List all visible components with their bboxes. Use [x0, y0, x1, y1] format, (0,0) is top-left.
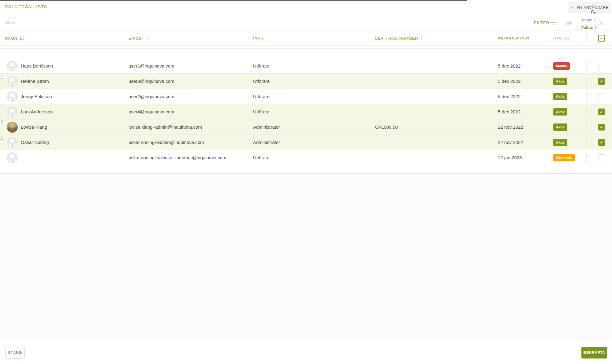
- table-row[interactable]: 2 Helene Ström user3@inquinova.com Utför…: [0, 74, 612, 89]
- avatar: [7, 152, 18, 163]
- avatar: [7, 106, 18, 117]
- column-label: E-POST: [129, 36, 144, 41]
- status-badge: Aktiv: [553, 93, 567, 100]
- user-email: user3@inquinova.com: [129, 79, 174, 84]
- user-role: Administratör: [253, 140, 280, 145]
- column-header-certifikatnummer[interactable]: CERTIFIKATNUMMER: [375, 36, 426, 41]
- invited-date: 5 dec 2022: [498, 109, 521, 114]
- table-row[interactable]: 6 Oskar Norling oskar.norling+admin@inqu…: [0, 135, 612, 150]
- row-menu-icon[interactable]: [585, 108, 588, 115]
- row-number-badge: 4: [0, 104, 4, 109]
- user-email: user4@inquinova.com: [129, 109, 174, 114]
- user-role: Utförare: [253, 94, 270, 99]
- table-row[interactable]: oskar.norling+wikiuser+another@inquinova…: [0, 150, 612, 165]
- user-role: Utförare: [253, 155, 270, 160]
- user-name: Lars Andersson: [21, 109, 53, 114]
- sort-inactive-icon: [420, 36, 426, 41]
- window-top-edge: [0, 0, 467, 1]
- spacer-band: [0, 49, 612, 58]
- column-header-status[interactable]: STATUS: [553, 36, 569, 40]
- invited-date: 5 dec 2022: [498, 94, 521, 99]
- search-input[interactable]: [5, 17, 311, 27]
- column-label: CERTIFIKATNUMMER: [375, 36, 418, 41]
- table-row[interactable]: 4 Lars Andersson user4@inquinova.com Utf…: [0, 104, 612, 119]
- row-menu-icon[interactable]: [585, 139, 588, 146]
- user-name: Hans Bertilsson: [21, 63, 53, 68]
- filter-icon[interactable]: [550, 22, 557, 27]
- row-menu-icon[interactable]: [585, 93, 588, 100]
- invited-date: 12 jan 2023: [498, 155, 522, 160]
- total-label: Totalt:: [581, 18, 592, 22]
- plus-icon: +: [570, 4, 574, 11]
- status-badge: Aktiv: [553, 108, 567, 116]
- table-header: NAMN E-POST ROLL CERTIFIKATNUMMER: [0, 31, 612, 46]
- selected-count: Valda: 4: [581, 25, 597, 30]
- row-menu-icon[interactable]: [585, 124, 588, 131]
- user-certificate: CPL000:00: [375, 124, 398, 130]
- invited-date: 22 nov 2022: [498, 124, 523, 130]
- user-list: Hans Bertilsson user1@inquinova.com Utfö…: [0, 46, 612, 174]
- row-checkbox[interactable]: [598, 139, 605, 146]
- avatar: [7, 137, 18, 148]
- status-badge: Aktiv: [553, 123, 567, 131]
- user-role: Utförare: [253, 109, 270, 114]
- page-title: VÄLJ FRÅN LISTA: [5, 4, 47, 9]
- row-number-badge: 5: [0, 119, 4, 124]
- row-checkbox[interactable]: [598, 63, 605, 69]
- dialog-titlebar: VÄLJ FRÅN LISTA + NY ANVÄNDARE: [0, 0, 612, 13]
- eraser-icon[interactable]: [565, 20, 573, 27]
- column-label: NAMN: [5, 36, 17, 41]
- avatar: [7, 91, 18, 102]
- table-row[interactable]: Hans Bertilsson user1@inquinova.com Utfö…: [0, 58, 612, 74]
- header-menu-icon[interactable]: [585, 35, 588, 42]
- status-badge: Väntande: [553, 154, 575, 161]
- avatar: [7, 122, 18, 133]
- user-name: Helene Ström: [21, 79, 49, 84]
- total-value: 7: [593, 18, 596, 22]
- row-checkbox[interactable]: [598, 108, 605, 115]
- total-count: Totalt: 7: [581, 18, 595, 22]
- user-name: Lovisa Klang: [21, 124, 47, 130]
- user-role: Administratör: [253, 124, 280, 130]
- table-row[interactable]: 5 Lovisa Klang lovisa.klang+admin@inquin…: [0, 119, 612, 135]
- status-badge: Aktiv: [553, 139, 567, 146]
- confirm-button[interactable]: BEKRÄFTA: [581, 347, 607, 358]
- row-checkbox[interactable]: [598, 154, 605, 161]
- sort-desc-icon: [19, 36, 25, 41]
- column-header-namn[interactable]: NAMN: [5, 36, 25, 41]
- row-menu-icon[interactable]: [585, 63, 588, 69]
- column-label: INBJUDEN DEN: [498, 36, 529, 40]
- user-role: Utförare: [253, 79, 270, 84]
- user-email: oskar.norling+admin@inquinova.com: [129, 140, 204, 145]
- select-all-checkbox[interactable]: [598, 35, 605, 42]
- dialog-footer: STÄNG BEKRÄFTA: [0, 341, 612, 364]
- close-button[interactable]: STÄNG: [5, 347, 25, 358]
- user-email: oskar.norling+wikiuser+another@inquinova…: [129, 155, 226, 160]
- status-badge: Inaktiv: [553, 62, 570, 70]
- column-header-epost[interactable]: E-POST: [129, 36, 152, 41]
- row-number-badge: 2: [0, 74, 4, 79]
- row-number-badge: 6: [0, 135, 4, 140]
- toolbar-divider: [577, 15, 577, 31]
- column-label: ROLL: [253, 36, 264, 40]
- row-checkbox[interactable]: [598, 124, 605, 131]
- user-email: user1@inquinova.com: [129, 63, 174, 68]
- sort-inactive-icon: [146, 36, 152, 41]
- close-icon[interactable]: [599, 20, 604, 26]
- invited-date: 5 dec 2022: [498, 79, 521, 84]
- selected-label: Valda:: [581, 25, 593, 30]
- avatar: [7, 61, 18, 72]
- row-checkbox[interactable]: [598, 93, 605, 100]
- filter-label[interactable]: FILTER: [534, 20, 549, 25]
- table-row[interactable]: Jenny Eriksson user2@inquinova.com Utför…: [0, 89, 612, 104]
- row-menu-icon[interactable]: [585, 154, 588, 161]
- row-checkbox[interactable]: [598, 78, 605, 85]
- row-menu-icon[interactable]: [585, 78, 588, 85]
- column-header-inbjuden-den[interactable]: INBJUDEN DEN: [498, 36, 529, 40]
- invited-date: 5 dec 2022: [498, 63, 521, 68]
- selected-value: 4: [595, 25, 597, 30]
- user-email: user2@inquinova.com: [129, 94, 174, 99]
- toolbar: FILTER Totalt: 7 Valda: 4: [0, 13, 612, 31]
- column-header-roll[interactable]: ROLL: [253, 36, 264, 40]
- column-label: STATUS: [553, 36, 569, 40]
